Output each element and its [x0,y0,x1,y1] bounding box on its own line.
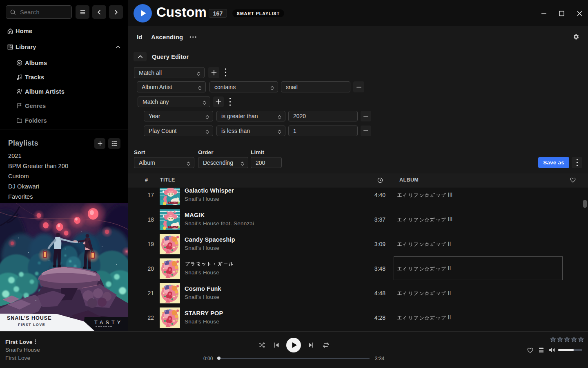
svg-text:TASTY: TASTY [94,320,123,325]
svg-text:SNAIL’S HOUSE: SNAIL’S HOUSE [7,315,52,321]
svg-text:FIRST LOVE: FIRST LOVE [18,323,45,327]
